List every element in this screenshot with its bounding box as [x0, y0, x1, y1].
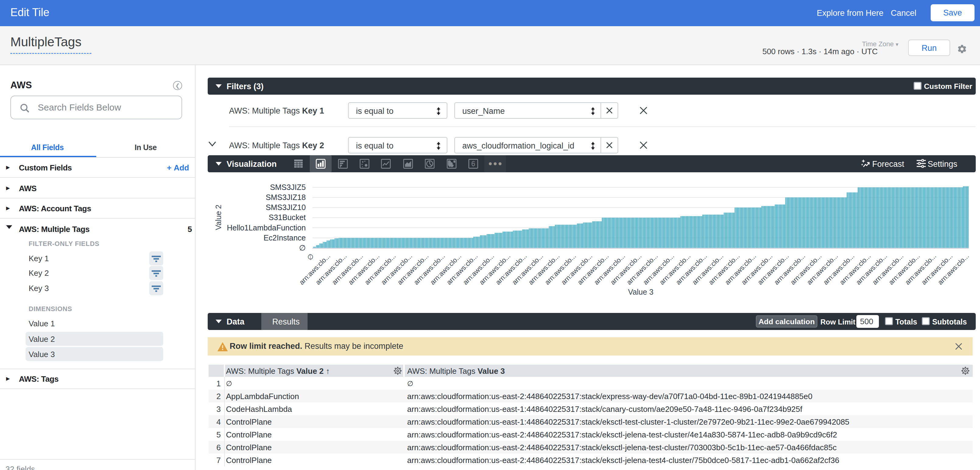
svg-text:SMS3JIZ10: SMS3JIZ10: [266, 203, 306, 211]
svg-text:∅: ∅: [299, 243, 306, 252]
svg-text:Ec2Instance: Ec2Instance: [263, 233, 306, 242]
svg-text:SMS3JIZ5: SMS3JIZ5: [270, 183, 306, 192]
svg-text:Value 2: Value 2: [214, 205, 223, 230]
svg-text:Value 3: Value 3: [628, 287, 654, 296]
svg-text:∅: ∅: [306, 252, 315, 262]
svg-text:Hello1LambdaFunction: Hello1LambdaFunction: [227, 224, 306, 232]
svg-text:S31Bucket: S31Bucket: [269, 213, 306, 222]
svg-text:6: 6: [471, 160, 476, 168]
svg-text:SMS3JIZ18: SMS3JIZ18: [266, 193, 306, 202]
